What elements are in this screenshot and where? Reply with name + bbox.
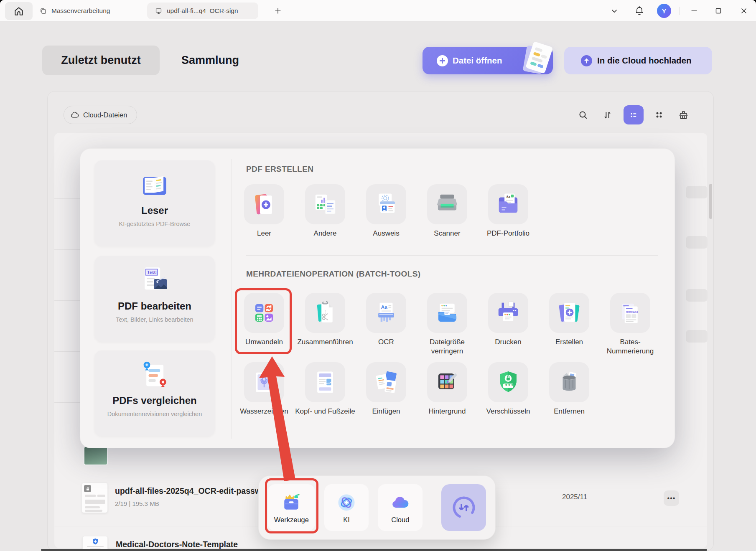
grid-view-button[interactable] [650,105,668,124]
sort-button[interactable] [598,105,616,124]
notifications-button[interactable] [630,2,649,20]
dock-item-cloud[interactable]: Cloud [378,484,423,531]
tool-kopf-und-fu-zeile[interactable]: Kopf- und Fußzeile [295,362,356,432]
tab-label: updf-all-fi...q4_OCR-sign [167,7,238,15]
tool-entfernen[interactable]: Entfernen [539,362,600,432]
remove-icon [549,362,589,402]
tab-collection[interactable]: Sammlung [176,46,245,75]
file-meta: 2/19 | 195.3 MB [115,500,159,507]
cloud-files-filter-chip[interactable]: Cloud-Dateien [64,106,137,124]
tool-pdf-portfolio[interactable]: AaPDF-Portfolio [478,184,539,254]
launcher-subtitle: Text, Bilder, Links bearbeiten [94,316,215,323]
launcher-card-leser[interactable]: LeserKI-gestütztes PDF-Browse [94,160,215,246]
dock-item-ki[interactable]: KI [324,484,369,531]
tool-ocr[interactable]: AaOCR [356,293,417,362]
dock-label: KI [343,516,350,524]
row-fragment [686,289,708,302]
scrollbar-thumb[interactable] [709,184,712,219]
updf-app-window: Massenverarbeitung updf-all-fi...q4_OCR-… [0,0,756,551]
tool-label: Bates-Nummerierung [600,338,661,356]
tool-scanner[interactable]: Scanner [417,184,478,254]
launcher-card-pdf-bearbeiten[interactable]: Text|PDF bearbeitenText, Bilder, Links b… [94,256,215,342]
section-divider [246,255,658,256]
sync-icon [450,494,478,521]
tool-einf-gen[interactable]: Einfügen [356,362,417,432]
svg-text:000123: 000123 [626,310,638,314]
search-button[interactable] [574,105,592,124]
row-fragment [686,236,708,249]
tab-label: Massenverarbeitung [51,7,110,15]
home-button[interactable] [5,2,33,20]
tool-label: Verschlüsseln [478,407,539,416]
lock-icon [84,485,91,492]
row-separator [54,198,80,199]
tools-panel: LeserKI-gestütztes PDF-BrowseText|PDF be… [80,148,675,448]
tool-erstellen[interactable]: Erstellen [539,293,600,362]
dock-item-werkzeuge[interactable]: Werkzeuge [268,484,315,531]
tool-label: Wasserzeichen [234,407,295,416]
open-file-button[interactable]: Datei öffnen [423,47,553,74]
section-title-batch-tools: MEHRDATEIENOPERATION (BATCH-TOOLS) [246,269,421,279]
plus-circle-icon [437,55,448,66]
launcher-card-pdfs-vergleichen[interactable]: PDFs vergleichenDokumentenrevisionen ver… [94,350,215,436]
tool-andere[interactable]: Andere [295,184,356,254]
tool-bates-nummerierung[interactable]: 000123Bates-Nummerierung [600,293,661,362]
sync-button[interactable] [441,484,486,531]
tool-zusammenf-hren[interactable]: Zusammenführen [295,293,356,362]
tool-hintergrund[interactable]: Hintergrund [417,362,478,432]
broom-icon [678,110,689,120]
list-view-button[interactable] [624,105,644,124]
launcher-subtitle: KI-gestütztes PDF-Browse [94,221,215,227]
tool-label: Erstellen [539,338,600,347]
new-tab-button[interactable] [269,2,287,20]
tool-umwandeln[interactable]: Umwandeln [234,293,295,362]
create-icon [549,293,589,333]
chevron-down-icon [610,6,619,15]
svg-text:Aa: Aa [381,304,387,310]
tool-label: Kopf- und Fußzeile [295,407,356,416]
dropdown-chevron-button[interactable] [605,2,624,20]
file-date: 2025/11 [562,493,587,501]
tab-document[interactable]: updf-all-fi...q4_OCR-sign [155,0,238,22]
bell-icon [634,6,644,16]
close-button[interactable] [735,2,753,20]
ocr-icon: Aa [366,293,406,333]
tool-ausweis[interactable]: Ausweis [356,184,417,254]
sort-icon [602,110,613,120]
close-icon [739,6,748,15]
tool-drucken[interactable]: Drucken [478,293,539,362]
file-name: updf-all-files-2025q4_OCR-edit-password [115,486,274,496]
print-icon [488,293,528,333]
cloud-icon [70,111,79,119]
minimize-button[interactable] [685,2,703,20]
avatar[interactable]: Y [657,4,671,18]
row-separator [54,351,80,352]
toolbox-icon [280,492,302,513]
dock-divider [432,494,432,521]
tab-batch-processing[interactable]: Massenverarbeitung [39,0,110,22]
file-thumbnail-locked [81,482,108,513]
tool-dateigr-e-verringern[interactable]: Dateigröße verringern [417,293,478,362]
upload-icon [581,55,592,66]
idcard-icon [366,184,406,224]
tool-wasserzeichen[interactable]: Wasserzeichen [234,362,295,432]
other-icon [305,184,345,224]
cloud-icon [389,492,411,513]
tool-label: Drucken [478,338,539,347]
tab-recently-used[interactable]: Zuletzt benutzt [42,46,160,75]
clean-button[interactable] [674,105,692,124]
tool-label: PDF-Portfolio [478,229,539,238]
open-file-label: Datei öffnen [453,56,502,66]
dock-label: Cloud [391,516,409,524]
tool-label: Dateigröße verringern [417,338,478,356]
tool-leer[interactable]: Leer [234,184,295,254]
upload-cloud-button[interactable]: In die Cloud hochladen [564,47,712,74]
tool-label: Entfernen [539,407,600,416]
maximize-button[interactable] [709,2,728,20]
ai-icon [336,492,357,513]
launcher-title: PDF bearbeiten [94,300,215,312]
file-more-button[interactable]: ••• [664,490,679,506]
tool-verschl-sseln[interactable]: ***Verschlüsseln [478,362,539,432]
search-icon [578,110,588,120]
plus-icon [273,6,283,15]
